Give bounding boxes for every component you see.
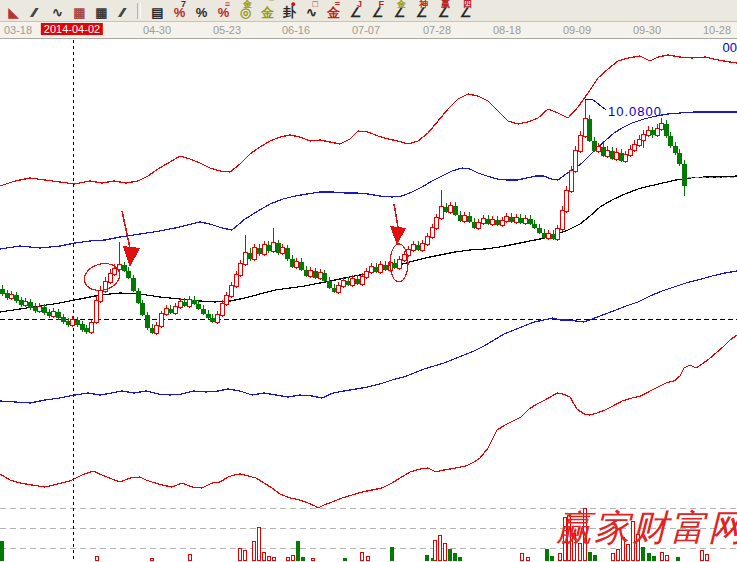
gold-line-icon[interactable]: 金¯ xyxy=(255,1,277,21)
band-lower-red-band xyxy=(0,335,737,508)
candle-down xyxy=(196,304,200,308)
candle-up xyxy=(108,273,112,282)
volume-bar-down xyxy=(390,547,394,561)
candle-down xyxy=(587,119,591,140)
date-tick: 03-18 xyxy=(4,24,32,36)
gann-grid-icon[interactable]: ▦ xyxy=(89,1,111,21)
candle-up xyxy=(462,215,466,221)
wave-box-icon[interactable]: ∿□ xyxy=(299,1,321,21)
angle-gold-icon-mark: 金 xyxy=(397,0,406,9)
angle-j-icon[interactable]: ∠J xyxy=(343,1,365,21)
price-callout-leader xyxy=(585,99,606,110)
volume-bar-down xyxy=(676,557,680,561)
candle-up xyxy=(262,244,266,254)
candle-up xyxy=(187,299,191,306)
volume-bar-down xyxy=(343,558,347,561)
candle-up xyxy=(560,210,564,229)
candle-up xyxy=(655,128,659,135)
candle-down xyxy=(206,314,210,317)
volume-bar-down xyxy=(593,555,597,561)
gold-coin-icon[interactable]: ◎金 xyxy=(233,1,255,21)
gann-grid-icon-glyph: ▦ xyxy=(95,5,104,18)
candle-down xyxy=(182,302,186,305)
volume-bar-up xyxy=(239,549,242,561)
candle-down xyxy=(374,267,378,271)
trend-shade-icon-glyph: ◣ xyxy=(9,5,16,18)
candle-up xyxy=(481,218,485,223)
gold-lines-icon[interactable]: 金= xyxy=(321,1,343,21)
trend-shade-icon[interactable]: ◣ xyxy=(1,1,23,21)
candle-down xyxy=(136,291,140,302)
candle-up xyxy=(341,280,345,286)
angle-gold-icon[interactable]: ∠金 xyxy=(387,1,409,21)
candle-down xyxy=(444,207,448,211)
candle-down xyxy=(551,234,555,238)
date-tick: 07-28 xyxy=(423,24,451,36)
candle-up xyxy=(369,266,373,272)
candle-up xyxy=(229,285,233,296)
volume-bar-up xyxy=(559,554,562,561)
candle-down xyxy=(332,288,336,291)
candle-down xyxy=(677,153,681,163)
angle-f-icon[interactable]: ∠F xyxy=(365,1,387,21)
percent-icon[interactable]: % xyxy=(189,1,211,21)
volume-bar-down xyxy=(588,552,592,561)
angle-si-icon-mark: 四 xyxy=(463,0,472,9)
candle-down xyxy=(19,300,23,304)
candle-down xyxy=(145,315,149,327)
candle-up xyxy=(173,306,177,313)
candle-down xyxy=(126,271,130,277)
candle-up xyxy=(500,220,504,225)
volume-bar-up xyxy=(151,559,154,561)
candle-down xyxy=(61,317,65,321)
volume-bar-up xyxy=(439,536,442,561)
candle-up xyxy=(578,135,582,151)
candle-down xyxy=(416,245,420,249)
gold-coin-icon-mark: 金 xyxy=(243,0,252,9)
gann-grid-red-icon[interactable]: ▦ xyxy=(67,1,89,21)
volume-bar-up xyxy=(701,551,704,561)
volume-bar-down xyxy=(296,541,300,561)
candle-down xyxy=(355,279,359,283)
candle-up xyxy=(523,218,527,223)
candle-down xyxy=(33,307,37,310)
candle-up xyxy=(37,306,41,311)
candle-up xyxy=(555,228,559,239)
candle-up xyxy=(220,303,224,315)
ink-brush-icon[interactable]: 卦● xyxy=(277,1,299,21)
candle-down xyxy=(495,220,499,224)
channel-lines-icon[interactable]: ∕∕∕ xyxy=(111,1,133,21)
zigzag-icon-glyph: ∿ xyxy=(52,5,60,18)
candle-up xyxy=(646,130,650,135)
candle-up xyxy=(641,134,645,140)
measure-icon[interactable]: ▤ xyxy=(145,1,167,21)
candle-down xyxy=(472,222,476,227)
zigzag-icon[interactable]: ∿ xyxy=(45,1,67,21)
date-tick: 09-30 xyxy=(633,24,661,36)
candle-down xyxy=(592,141,596,150)
volume-bar-down xyxy=(652,556,656,561)
percent-icon-glyph: % xyxy=(196,5,205,18)
angle-si-icon[interactable]: ∠四 xyxy=(453,1,475,21)
percent-lines-icon[interactable]: %≡ xyxy=(211,1,233,21)
candle-up xyxy=(490,219,494,224)
candle-up xyxy=(605,150,609,156)
gann-fan-icon[interactable]: ∕∕∕ xyxy=(23,1,45,21)
fib-percent-icon[interactable]: %7 xyxy=(167,1,189,21)
candle-down xyxy=(509,217,513,221)
volume-bar-up xyxy=(273,558,276,561)
date-tick: 09-09 xyxy=(563,24,591,36)
date-tick: 04-30 xyxy=(143,24,171,36)
volume-bar-up xyxy=(312,559,315,561)
angle-ying-icon[interactable]: ∠赢 xyxy=(431,1,453,21)
candle-up xyxy=(112,268,116,274)
volume-bar-down xyxy=(458,557,462,561)
volume-bar-up xyxy=(444,544,447,561)
measure-icon-glyph: ▤ xyxy=(151,5,160,18)
volume-bar-up xyxy=(367,557,370,561)
candle-up xyxy=(476,222,480,228)
annotation-arrow-line xyxy=(394,204,398,227)
angle-shen-icon[interactable]: ∠神 xyxy=(409,1,431,21)
candle-up xyxy=(623,154,627,161)
candle-up xyxy=(397,259,401,268)
